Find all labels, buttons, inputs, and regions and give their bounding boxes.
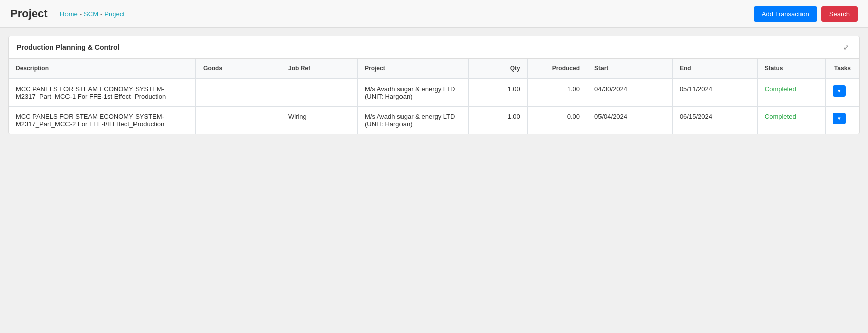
cell-qty: 1.00	[468, 78, 527, 107]
chevron-down-icon: ▾	[838, 115, 841, 122]
top-bar-right: Add Transaction Search	[754, 6, 858, 22]
tasks-dropdown-button[interactable]: ▾	[833, 85, 846, 97]
col-header-end: End	[672, 59, 757, 78]
panel-title: Production Planning & Control	[17, 43, 120, 51]
col-header-status: Status	[757, 59, 825, 78]
top-bar: Project Home - SCM - Project Add Transac…	[0, 0, 868, 28]
cell-goods	[196, 107, 281, 134]
col-header-job-ref: Job Ref	[281, 59, 357, 78]
table-body: MCC PANELS FOR STEAM ECONOMY SYSTEM-M231…	[9, 78, 859, 134]
cell-start: 04/30/2024	[587, 78, 672, 107]
cell-description: MCC PANELS FOR STEAM ECONOMY SYSTEM-M231…	[9, 107, 196, 134]
breadcrumb-sep-0	[51, 10, 58, 18]
cell-end: 05/11/2024	[672, 78, 757, 107]
col-header-produced: Produced	[527, 59, 587, 78]
cell-start: 05/04/2024	[587, 107, 672, 134]
table-row: MCC PANELS FOR STEAM ECONOMY SYSTEM-M231…	[9, 107, 859, 134]
table-header-row: Description Goods Job Ref Project Qty Pr…	[9, 59, 859, 78]
status-badge: Completed	[765, 85, 796, 93]
cell-status: Completed	[757, 78, 825, 107]
cell-produced: 1.00	[527, 78, 587, 107]
cell-description: MCC PANELS FOR STEAM ECONOMY SYSTEM-M231…	[9, 78, 196, 107]
cell-produced: 0.00	[527, 107, 587, 134]
tasks-dropdown-button[interactable]: ▾	[833, 113, 846, 124]
app-title: Project	[10, 7, 48, 20]
table-row: MCC PANELS FOR STEAM ECONOMY SYSTEM-M231…	[9, 78, 859, 107]
breadcrumb-home[interactable]: Home	[60, 10, 78, 18]
breadcrumb-project[interactable]: Project	[104, 10, 124, 18]
minimize-button[interactable]: –	[829, 42, 837, 52]
cell-tasks: ▾	[825, 78, 859, 107]
table-wrapper: Description Goods Job Ref Project Qty Pr…	[9, 59, 859, 134]
production-table: Description Goods Job Ref Project Qty Pr…	[9, 59, 859, 134]
col-header-start: Start	[587, 59, 672, 78]
col-header-project: Project	[357, 59, 468, 78]
cell-tasks: ▾	[825, 107, 859, 134]
col-header-tasks: Tasks	[825, 59, 859, 78]
cell-status: Completed	[757, 107, 825, 134]
table-head: Description Goods Job Ref Project Qty Pr…	[9, 59, 859, 78]
cell-project: M/s Avadh sugar & energy LTD (UNIT: Harg…	[357, 78, 468, 107]
top-bar-left: Project Home - SCM - Project	[10, 7, 125, 20]
cell-job-ref: Wiring	[281, 107, 357, 134]
add-transaction-button[interactable]: Add Transaction	[754, 6, 817, 22]
cell-job-ref	[281, 78, 357, 107]
breadcrumb-scm[interactable]: SCM	[84, 10, 98, 18]
panel: Production Planning & Control – ⤢ Descri…	[8, 36, 860, 134]
breadcrumb-sep-2: -	[100, 10, 102, 18]
main-content: Production Planning & Control – ⤢ Descri…	[0, 28, 868, 142]
expand-button[interactable]: ⤢	[841, 42, 851, 52]
status-badge: Completed	[765, 113, 796, 120]
chevron-down-icon: ▾	[838, 88, 841, 94]
cell-qty: 1.00	[468, 107, 527, 134]
breadcrumb-sep-1: -	[80, 10, 82, 18]
panel-header: Production Planning & Control – ⤢	[9, 36, 859, 59]
cell-project: M/s Avadh sugar & energy LTD (UNIT: Harg…	[357, 107, 468, 134]
panel-controls: – ⤢	[829, 42, 851, 52]
cell-end: 06/15/2024	[672, 107, 757, 134]
col-header-goods: Goods	[196, 59, 281, 78]
col-header-qty: Qty	[468, 59, 527, 78]
breadcrumb: Home - SCM - Project	[51, 10, 125, 18]
cell-goods	[196, 78, 281, 107]
search-button[interactable]: Search	[821, 6, 858, 22]
col-header-description: Description	[9, 59, 196, 78]
